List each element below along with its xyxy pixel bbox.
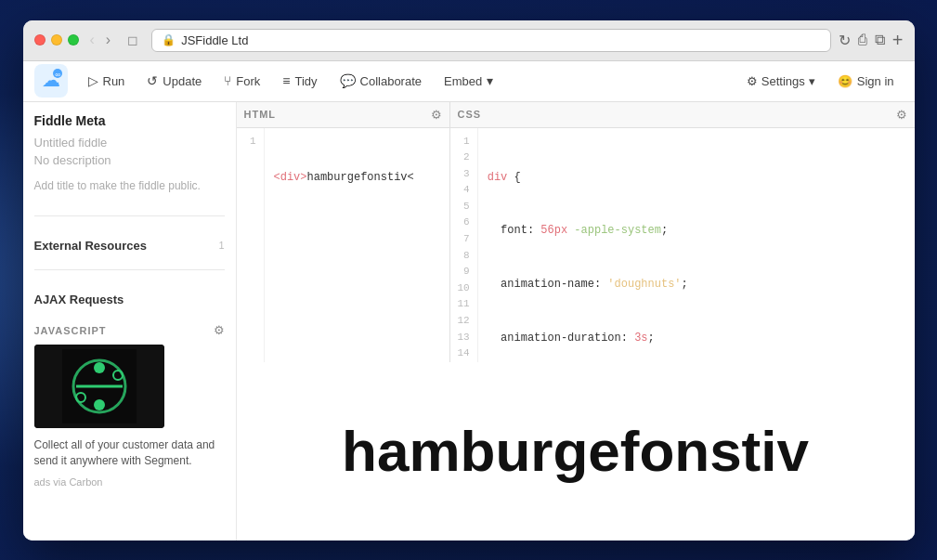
- css-editor[interactable]: 1 2 3 4 5 6 7 8 9 10 11 12 13: [450, 128, 915, 362]
- css-panel-header: CSS ⚙: [450, 102, 915, 128]
- duplicate-button[interactable]: ⧉: [875, 32, 885, 48]
- js-lang-label: JAVASCRIPT: [34, 325, 107, 336]
- settings-icon: ⚙: [747, 74, 758, 88]
- svg-point-8: [94, 399, 105, 410]
- css-settings-icon[interactable]: ⚙: [896, 108, 907, 122]
- fiddle-title-input[interactable]: Untitled fiddle: [34, 136, 225, 150]
- settings-chevron-icon: ▾: [809, 74, 815, 88]
- sidebar: Fiddle Meta Untitled fiddle No descripti…: [23, 102, 237, 540]
- html-line-numbers: 1: [237, 128, 265, 362]
- update-button[interactable]: ↺ Update: [137, 68, 211, 94]
- fiddle-meta-title: Fiddle Meta: [34, 113, 225, 128]
- ads-via-carbon: ads via Carbon: [34, 476, 225, 488]
- css-lang-label: CSS: [458, 109, 482, 120]
- browser-actions: ↻ ⎙ ⧉: [839, 32, 885, 49]
- tidy-button[interactable]: ≡ Tidy: [273, 68, 326, 94]
- sign-in-icon: 😊: [838, 74, 852, 88]
- new-tab-button[interactable]: +: [892, 30, 904, 51]
- css-panel: CSS ⚙ 1 2 3 4 5 6 7 8 9: [450, 102, 915, 362]
- editor-area: HTML ⚙ 1 <div>hamburgefonstiv<: [237, 102, 915, 540]
- preview-text: hamburgefonstiv: [342, 418, 809, 484]
- fork-label: Fork: [236, 74, 260, 88]
- collaborate-label: Collaborate: [360, 74, 423, 88]
- tidy-label: Tidy: [294, 74, 317, 88]
- svg-text:∞: ∞: [55, 71, 60, 79]
- html-lang-label: HTML: [244, 109, 277, 120]
- share-button[interactable]: ⎙: [858, 32, 867, 48]
- browser-window: ‹ › ◻ 🔒 JSFiddle Ltd ↻ ⎙ ⧉ + ☁ ∞ ▷ Run: [23, 20, 915, 540]
- html-editor[interactable]: 1 <div>hamburgefonstiv<: [237, 128, 449, 362]
- html-settings-icon[interactable]: ⚙: [431, 108, 442, 122]
- public-hint: Add title to make the fiddle public.: [34, 178, 225, 194]
- main-content: Fiddle Meta Untitled fiddle No descripti…: [23, 102, 915, 540]
- embed-label: Embed: [444, 74, 482, 88]
- logo: ☁ ∞: [34, 64, 68, 98]
- fiddle-description-input[interactable]: No description: [34, 153, 225, 167]
- close-button[interactable]: [34, 34, 46, 46]
- address-bar: 🔒 JSFiddle Ltd: [151, 29, 831, 52]
- run-label: Run: [103, 74, 125, 88]
- browser-chrome: ‹ › ◻ 🔒 JSFiddle Ltd ↻ ⎙ ⧉ +: [23, 20, 915, 61]
- collaborate-button[interactable]: 💬 Collaborate: [331, 68, 432, 94]
- maximize-button[interactable]: [68, 34, 79, 46]
- html-code-content: <div>hamburgefonstiv<: [265, 128, 449, 362]
- reload-button[interactable]: ↻: [839, 32, 851, 49]
- html-line-number: 1: [218, 240, 224, 251]
- ajax-requests-title: AJAX Requests: [34, 293, 124, 306]
- lock-icon: 🔒: [162, 33, 176, 46]
- embed-chevron-icon: ▾: [487, 73, 493, 88]
- divider-2: [34, 269, 225, 270]
- reader-mode-button[interactable]: ◻: [122, 31, 144, 49]
- nav-buttons: ‹ ›: [86, 31, 115, 49]
- back-button[interactable]: ‹: [86, 31, 98, 49]
- embed-button[interactable]: Embed ▾: [435, 68, 502, 94]
- sign-in-button[interactable]: 😊 Sign in: [828, 69, 904, 94]
- url-text: JSFiddle Ltd: [181, 33, 248, 47]
- editor-top: HTML ⚙ 1 <div>hamburgefonstiv<: [237, 102, 915, 362]
- toolbar-right: ⚙ Settings ▾ 😊 Sign in: [737, 69, 904, 94]
- tidy-icon: ≡: [282, 73, 290, 88]
- fork-icon: ⑂: [224, 73, 231, 88]
- fork-button[interactable]: ⑂ Fork: [215, 68, 269, 94]
- js-settings-icon[interactable]: ⚙: [214, 323, 225, 337]
- divider-1: [34, 215, 225, 216]
- svg-point-7: [94, 362, 105, 373]
- css-code-content: div { font: 56px -apple-system; animatio…: [478, 128, 915, 362]
- forward-button[interactable]: ›: [102, 31, 114, 49]
- css-line-numbers: 1 2 3 4 5 6 7 8 9 10 11 12 13: [450, 128, 478, 362]
- update-label: Update: [163, 74, 202, 88]
- external-resources-title: External Resources: [34, 239, 147, 253]
- preview-area: hamburgefonstiv: [237, 362, 915, 540]
- html-panel-header: HTML ⚙: [237, 102, 449, 128]
- ad-description: Collect all of your customer data and se…: [34, 437, 225, 469]
- settings-button[interactable]: ⚙ Settings ▾: [737, 69, 825, 94]
- sign-in-label: Sign in: [857, 74, 894, 88]
- ad-image: [34, 345, 164, 428]
- traffic-lights: [34, 34, 79, 46]
- update-icon: ↺: [147, 73, 158, 88]
- minimize-button[interactable]: [51, 34, 62, 46]
- html-panel: HTML ⚙ 1 <div>hamburgefonstiv<: [237, 102, 450, 362]
- run-icon: ▷: [88, 73, 98, 88]
- app-toolbar: ☁ ∞ ▷ Run ↺ Update ⑂ Fork ≡ Tidy 💬 Colla…: [23, 61, 915, 102]
- run-button[interactable]: ▷ Run: [79, 68, 135, 94]
- settings-label: Settings: [761, 74, 805, 88]
- collaborate-icon: 💬: [340, 73, 356, 88]
